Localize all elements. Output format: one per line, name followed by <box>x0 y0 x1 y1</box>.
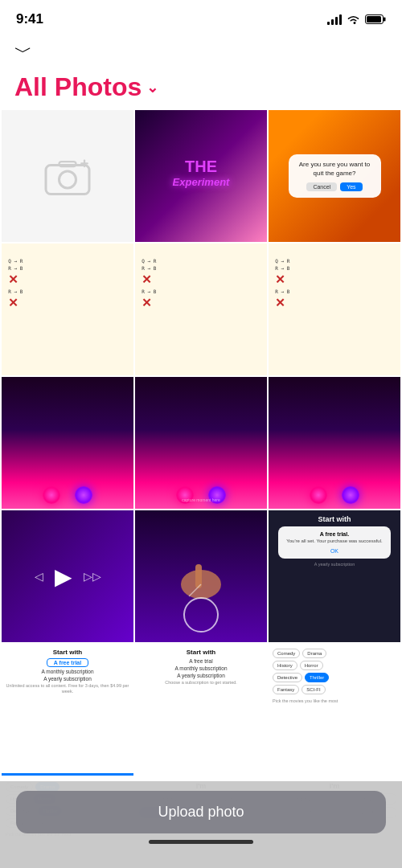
pink-glow-dot-3 <box>310 486 327 504</box>
genre-row-1: Comedy Drama <box>273 649 326 658</box>
genre-row-2: History Horror <box>273 661 323 670</box>
pink-glow-dot <box>43 486 60 504</box>
battery-icon <box>365 14 386 25</box>
genre-thriller-1[interactable]: Thriller <box>305 673 329 682</box>
dialog-yes-button[interactable]: Yes <box>340 182 362 191</box>
quit-dialog-cell[interactable]: Are you sure you want to quit the game? … <box>269 110 400 242</box>
handwriting-cell-2[interactable]: Q → R R → B ✕ R → B ✕ <box>135 244 267 375</box>
back-row: ﹀ <box>0 35 402 69</box>
genres-cell-1[interactable]: Comedy Drama History Horror Detective Th… <box>269 644 400 776</box>
genre-fantasy-1[interactable]: Fantasy <box>273 685 299 694</box>
genre-row-3: Detective Thriller <box>273 673 329 682</box>
video-play-icon[interactable]: ▶ <box>55 563 72 590</box>
sub-monthly-1[interactable]: A monthly subscription <box>41 669 93 674</box>
svg-rect-3 <box>46 166 89 194</box>
photos-dropdown-icon: ⌄ <box>146 79 158 96</box>
glow-cell-1[interactable] <box>2 377 133 509</box>
sub-desc-1: Unlimited access to all content. Free fo… <box>6 683 129 694</box>
header: All Photos ⌄ <box>0 69 402 110</box>
sub-yearly-1[interactable]: A yearly subscription <box>43 676 92 682</box>
quit-dialog-text: Are you sure you want to quit the game? <box>297 161 373 178</box>
subscription-cell-1[interactable]: Start with A free trial A monthly subscr… <box>2 644 133 776</box>
sub-yearly-2[interactable]: A yearly subscription <box>177 673 225 678</box>
sub-free-trial-2[interactable]: A free trial <box>189 658 212 664</box>
video-rewind-icon[interactable]: ◁ <box>35 570 43 583</box>
handwriting-cell-3[interactable]: Q → R R → B ✕ R → B ✕ <box>269 244 400 375</box>
dialog-cancel-button[interactable]: Cancel <box>306 182 337 191</box>
svg-point-4 <box>59 171 76 188</box>
wifi-icon <box>347 14 360 25</box>
sub-blue-bar-1 <box>2 773 133 776</box>
genre-comedy-1[interactable]: Comedy <box>273 649 300 658</box>
photo-grid: THE Experiment Are you sure you want to … <box>0 110 402 868</box>
drawing-circle <box>183 597 219 633</box>
glow-lights-3 <box>310 486 359 504</box>
camera-add-icon <box>43 154 92 198</box>
app-subscription-text: A yearly subscription <box>314 562 355 567</box>
drawing-cell[interactable] <box>135 510 267 642</box>
home-indicator <box>149 840 253 844</box>
genre-note-1: Pick the movies you like the most <box>273 698 338 703</box>
subscription-cell-2[interactable]: Start with A free trial A monthly subscr… <box>135 644 267 776</box>
genre-drama-1[interactable]: Drama <box>302 649 326 658</box>
quit-dialog: Are you sure you want to quit the game? … <box>289 154 381 198</box>
status-icons <box>327 14 386 25</box>
movie-title-experiment: Experiment <box>173 176 230 189</box>
genre-scifi-1[interactable]: SCI-FI <box>302 685 325 694</box>
sub-monthly-2[interactable]: A monthly subscription <box>174 665 227 671</box>
status-time: 9:41 <box>16 11 43 27</box>
all-photos-label: All Photos <box>14 72 142 102</box>
sub-title-1: Start with <box>53 649 82 656</box>
svg-rect-2 <box>367 16 381 23</box>
video-forward-icon[interactable]: ▷▷ <box>84 570 101 583</box>
sub-free-trial-1[interactable]: A free trial <box>47 658 88 667</box>
glow-caption: capture moment here <box>182 497 220 502</box>
genre-horror-1[interactable]: Horror <box>300 661 323 670</box>
genre-history-1[interactable]: History <box>273 661 297 670</box>
back-chevron-icon[interactable]: ﹀ <box>14 42 32 62</box>
video-player-cell[interactable]: ◁ ▶ ▷▷ <box>2 510 133 642</box>
app-dialog-success-title: A free trial. <box>285 531 384 537</box>
add-photo-cell[interactable] <box>2 110 133 242</box>
upload-bar: Upload photo <box>0 781 402 868</box>
signal-bars-icon <box>327 14 342 25</box>
header-title[interactable]: All Photos ⌄ <box>14 72 388 102</box>
genre-row-4: Fantasy SCI-FI <box>273 685 326 694</box>
purple-glow-dot <box>75 486 92 504</box>
movie-poster-cell[interactable]: THE Experiment <box>135 110 267 242</box>
app-start-title: Start with <box>318 515 351 523</box>
sub-title-2: Start with <box>187 649 215 656</box>
genre-detective-1[interactable]: Detective <box>273 673 302 682</box>
movie-title-the: THE <box>173 158 230 176</box>
upload-photo-button[interactable]: Upload photo <box>16 791 386 833</box>
glow-lights-1 <box>43 486 92 504</box>
app-success-dialog: A free trial. You're all set. Your purch… <box>278 526 391 559</box>
app-dialog-cell[interactable]: Start with A free trial. You're all set.… <box>269 510 400 642</box>
svg-rect-1 <box>384 18 386 22</box>
status-bar: 9:41 <box>0 0 402 35</box>
handwriting-cell-1[interactable]: Q → R R → B ✕ R → B ✕ <box>2 244 133 375</box>
purple-glow-dot-3 <box>342 486 359 504</box>
glow-cell-3[interactable] <box>269 377 400 509</box>
app-dialog-ok-btn[interactable]: OK <box>285 548 384 554</box>
app-dialog-success-text: You're all set. Your purchase was succes… <box>285 538 384 545</box>
quit-dialog-buttons: Cancel Yes <box>297 182 373 191</box>
glow-cell-2[interactable]: capture moment here <box>135 377 267 509</box>
sub-desc-2: Choose a subscription to get started. <box>165 680 237 686</box>
